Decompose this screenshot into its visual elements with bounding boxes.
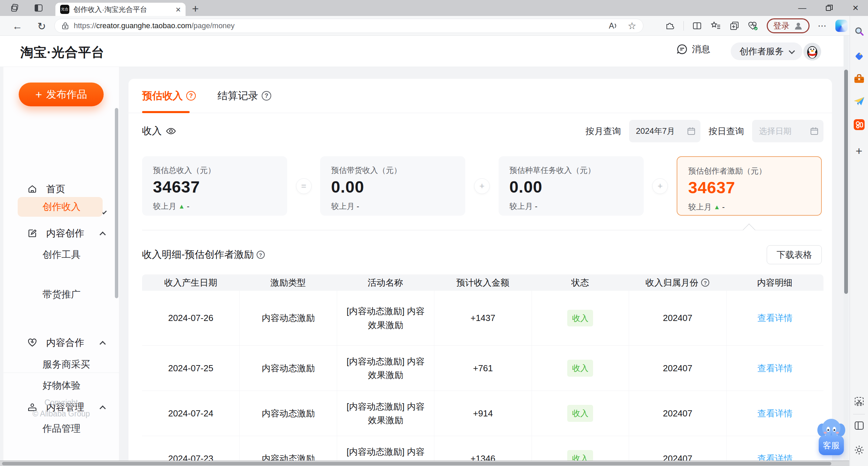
tab-close-icon[interactable]: ×	[176, 5, 181, 14]
sidebar-item-label: 内容创作	[46, 227, 84, 240]
sidebar-item-home[interactable]: 首页	[27, 181, 105, 197]
creator-services-label: 创作者服务	[740, 46, 784, 57]
card-label: 预估带货收入（元）	[331, 165, 454, 176]
page-scrollbar-thumb[interactable]	[844, 70, 848, 294]
login-button[interactable]: 登录	[767, 18, 810, 33]
card-label: 预估创作者激励（元）	[688, 166, 810, 176]
edge-sidebar: +	[850, 16, 868, 466]
income-detail-table: 收入产生日期 激励类型 活动名称 预计收入金额 状态 收入归属月份 ? 内容明细…	[142, 274, 823, 466]
view-details-link[interactable]: 查看详情	[757, 311, 793, 325]
split-screen-icon[interactable]	[692, 21, 702, 31]
question-circle-icon[interactable]: ?	[262, 91, 271, 101]
sidebar-paper-plane-icon[interactable]	[853, 96, 865, 106]
sidebar-add-icon[interactable]: +	[856, 144, 863, 158]
cell-amount: +914	[434, 391, 531, 436]
copyright-line2: © Alibaba Group	[3, 409, 119, 418]
trend-up-icon: ▲	[714, 203, 720, 211]
messages-label: 消息	[692, 43, 710, 55]
workspaces-icon[interactable]	[10, 3, 19, 13]
month-picker[interactable]	[629, 120, 700, 142]
tab-settlement-records[interactable]: 结算记录 ?	[218, 89, 271, 103]
card-value: 34637	[688, 178, 810, 197]
vertical-tabs-icon[interactable]	[34, 3, 43, 13]
download-table-button[interactable]: 下载表格	[767, 245, 822, 264]
view-details-link[interactable]: 查看详情	[757, 407, 793, 420]
cell-activity: [内容动态激励] 内容效果激励	[337, 391, 434, 436]
main-content-card: 预估收入 ? 结算记录 ? 收入 按月查询	[128, 79, 832, 466]
cell-type: 内容动态激励	[239, 291, 336, 345]
user-avatar[interactable]	[803, 43, 821, 60]
sidebar-kuaishou-icon[interactable]	[854, 119, 865, 130]
sidebar-shopping-tag-icon[interactable]	[854, 51, 865, 61]
cell-date: 2024-07-26	[142, 291, 239, 345]
sidebar-item-creation-income-active[interactable]: 创作收入	[18, 197, 103, 217]
copilot-icon[interactable]	[835, 20, 848, 32]
site-favicon: 光合	[60, 5, 69, 14]
view-details-link[interactable]: 查看详情	[757, 361, 793, 375]
col-header-status: 状态	[532, 274, 629, 291]
sidebar-item-goods-experience[interactable]: 好物体验	[42, 378, 81, 393]
window-restore-button[interactable]	[825, 4, 833, 12]
add-favorite-star-icon[interactable]: ☆	[628, 20, 636, 32]
tab-estimated-income[interactable]: 预估收入 ?	[142, 89, 196, 103]
sidebar-item-service-buy[interactable]: 服务商采买	[42, 357, 90, 372]
browser-essentials-icon[interactable]	[748, 21, 759, 31]
settings-more-icon[interactable]: ⋯	[818, 21, 827, 31]
col-header-type: 激励类型	[239, 274, 336, 291]
card-creator-incentive-selected[interactable]: 预估创作者激励（元） 34637 较上月 ▲ -	[677, 156, 822, 216]
cell-detail: 查看详情	[726, 291, 823, 345]
question-circle-icon[interactable]: ?	[701, 279, 709, 287]
creator-services-menu[interactable]: 创作者服务	[731, 42, 802, 60]
table-row: 2024-07-26 内容动态激励 [内容动态激励] 内容效果激励 +1437 …	[142, 291, 823, 346]
extensions-icon[interactable]	[665, 21, 675, 31]
horizontal-scrollbar[interactable]	[0, 461, 849, 466]
question-circle-icon[interactable]: ?	[257, 251, 265, 259]
site-logo[interactable]: 淘宝·光合平台	[20, 44, 105, 61]
sidebar-item-works-management[interactable]: 作品管理	[42, 421, 81, 436]
sidebar-item-cooperation[interactable]: 内容合作	[27, 335, 105, 351]
card-task-income: 预估种草任务收入（元） 0.00 较上月 -	[499, 156, 644, 216]
question-circle-icon[interactable]: ?	[186, 91, 196, 101]
copyright-line1: Copyright	[3, 398, 119, 407]
sidebar-toolbox-icon[interactable]	[853, 74, 865, 84]
screenshot-snip-icon[interactable]	[854, 396, 864, 407]
browser-tab-active[interactable]: 光合 创作收入·淘宝光合平台 ×	[55, 3, 186, 16]
calendar-icon	[687, 127, 696, 136]
sidebar-settings-gear-icon[interactable]	[854, 445, 865, 455]
sidebar-scrollbar[interactable]	[115, 108, 118, 298]
horizontal-scrollbar-thumb[interactable]	[2, 462, 831, 465]
customer-service-label[interactable]: 客服	[819, 435, 844, 455]
customer-service-widget[interactable]: 客服	[817, 416, 846, 455]
cell-amount: +1437	[434, 291, 531, 345]
messages-button[interactable]: 消息	[676, 43, 710, 55]
favorites-icon[interactable]	[710, 21, 721, 31]
read-aloud-icon[interactable]: A	[609, 21, 618, 31]
card-goods-income: 预估带货收入（元） 0.00 较上月 -	[320, 156, 465, 216]
month-query-label: 按月查询	[586, 125, 621, 137]
card-label: 预估种草任务收入（元）	[509, 165, 633, 176]
window-minimize-button[interactable]: —	[798, 4, 806, 12]
sidebar-item-creation[interactable]: 内容创作	[27, 225, 105, 241]
refresh-icon[interactable]: ↻	[37, 20, 46, 32]
page-tabs: 预估收入 ? 结算记录 ?	[128, 79, 832, 113]
new-tab-button[interactable]: +	[192, 2, 199, 15]
col-header-date: 收入产生日期	[142, 274, 239, 291]
sidebar-item-creation-tools[interactable]: 创作工具	[42, 247, 81, 262]
back-icon[interactable]: ←	[12, 20, 22, 32]
card-compare: 较上月 ▲ -	[688, 202, 810, 212]
sidebar-subitem-label: 带货推广	[42, 288, 81, 301]
sidebar-panel-icon[interactable]	[854, 421, 864, 430]
sidebar-item-promotion[interactable]: 带货推广	[42, 287, 81, 302]
heart-hands-icon	[27, 338, 38, 347]
eye-icon[interactable]	[166, 127, 176, 135]
site-header: 淘宝·光合平台 消息 创作者服务	[0, 36, 844, 67]
cell-month: 202407	[629, 391, 726, 436]
sidebar-search-icon[interactable]	[854, 26, 865, 37]
collections-icon[interactable]	[729, 21, 740, 31]
day-picker[interactable]	[752, 120, 823, 142]
card-label: 预估总收入（元）	[153, 165, 276, 176]
address-bar[interactable]: https://creator.guanghe.taobao.com/page/…	[54, 19, 643, 33]
publish-button[interactable]: + 发布作品	[19, 83, 104, 106]
window-close-button[interactable]: ×	[852, 3, 858, 13]
card-compare: 较上月 ▲ -	[153, 201, 276, 212]
